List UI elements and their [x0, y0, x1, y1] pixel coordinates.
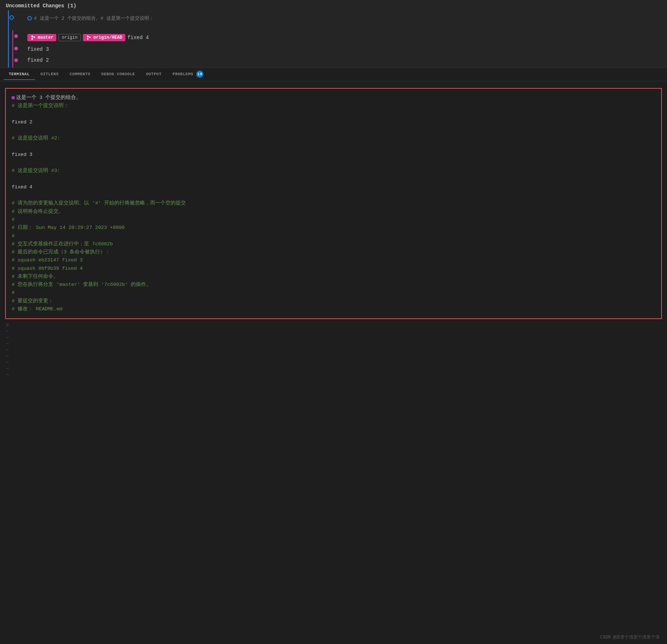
top-section: Uncommitted Changes (1) # 这是一个 2 个提交的组合。… [0, 0, 667, 68]
squash-indicator: ▦ [12, 94, 15, 101]
tilde-2: ~ [0, 334, 667, 341]
terminal-line-8 [12, 159, 655, 167]
dot-uncommitted [9, 15, 14, 20]
terminal-line-16: # 日期： Sun May 14 20:29:27 2023 +0800 [12, 224, 655, 232]
fixed2-label: fixed 2 [27, 57, 49, 63]
terminal-line-20: # squash eb23147 fixed 3 [12, 256, 655, 264]
tab-problems[interactable]: PROBLEMS 19 [167, 68, 209, 81]
dot-commit3 [14, 58, 18, 62]
terminal-line-15: # [12, 216, 655, 224]
terminal-line-19: # 最后的命令已完成（3 条命令被执行）： [12, 248, 655, 256]
tilde-4: ~ [0, 347, 667, 353]
terminal-line-2 [12, 110, 655, 118]
watermark: CSDN @浪里个浪里个浪里个浪 [600, 634, 660, 640]
terminal-line-10 [12, 175, 655, 183]
tilde-1: ~ [0, 328, 667, 334]
fixed4-label: fixed 4 [127, 35, 149, 41]
uncommitted-title: Uncommitted Changes (1) [0, 0, 667, 10]
terminal-line-5: # 这是提交说明 #2: [12, 134, 655, 142]
master-tag[interactable]: master [27, 34, 56, 41]
terminal-red-box: ▦ 这是一个 3 个提交的组合。 # 这是第一个提交说明： fixed 2 # … [5, 88, 662, 319]
terminal-line-14: # 说明将会终止提交。 [12, 208, 655, 216]
origin-tag[interactable]: origin [58, 34, 81, 41]
tab-bar: TERMINAL GITLENS COMMENTS DEBUG CONSOLE … [0, 68, 667, 81]
commit-entries: # 这是一个 2 个提交的组合。# 这是第一个提交说明： master [24, 12, 667, 66]
tilde-8: ~ [0, 372, 667, 378]
dot-commit1 [14, 34, 18, 38]
terminal-line-9: # 这是提交说明 #3: [12, 167, 655, 175]
origin-head-tag[interactable]: origin/HEAD [83, 34, 125, 41]
commit-message-1: # 这是一个 2 个提交的组合。# 这是第一个提交说明： [34, 15, 154, 22]
svg-point-1 [31, 38, 33, 40]
terminal-line-7: fixed 3 [12, 151, 655, 159]
after-box-hash: # [0, 322, 667, 328]
tab-debug-console[interactable]: DEBUG CONSOLE [96, 69, 140, 80]
terminal-line-23: # 您在执行将分支 'master' 变基到 '7c6002b' 的操作。 [12, 281, 655, 289]
git-dots-column [4, 12, 24, 66]
terminal-line-22: # 未剩下任何命令。 [12, 273, 655, 281]
terminal-line-18: # 交互式变基操作正在进行中；至 7c6002b [12, 240, 655, 248]
terminal-line-26: # 修改： README.md [12, 305, 655, 313]
tilde-3: ~ [0, 341, 667, 347]
terminal-area: ▦ 这是一个 3 个提交的组合。 # 这是第一个提交说明： fixed 2 # … [0, 81, 667, 382]
terminal-line-25: # 要提交的变更： [12, 297, 655, 305]
terminal-line-6 [12, 143, 655, 151]
terminal-line-21: # squash 86f9b39 fixed 4 [12, 265, 655, 273]
terminal-line-1: # 这是第一个提交说明： [12, 102, 655, 110]
tilde-7: ~ [0, 365, 667, 372]
terminal-line-24: # [12, 289, 655, 297]
terminal-line-13: # 请为您的变更输入提交说明。以 '#' 开始的行将被忽略，而一个空的提交 [12, 199, 655, 207]
tab-gitlens[interactable]: GITLENS [35, 69, 64, 80]
fixed3-label: fixed 3 [27, 46, 49, 52]
svg-point-6 [87, 38, 88, 40]
commit-circle-indicator [27, 16, 32, 20]
terminal-line-3: fixed 2 [12, 118, 655, 126]
tab-comments[interactable]: COMMENTS [65, 69, 96, 80]
terminal-line-4 [12, 126, 655, 134]
dot-commit2 [14, 47, 18, 50]
terminal-line-17: # [12, 232, 655, 240]
git-branch-icon-master [30, 35, 36, 41]
terminal-line-0: ▦ 这是一个 3 个提交的组合。 [12, 94, 655, 102]
tab-terminal[interactable]: TERMINAL [4, 69, 35, 80]
tab-output[interactable]: OUTPUT [141, 69, 167, 80]
problems-badge: 19 [196, 70, 203, 78]
terminal-line-12 [12, 191, 655, 199]
terminal-line-11: fixed 4 [12, 183, 655, 191]
git-branch-icon-origin [86, 35, 92, 41]
tilde-5: ~ [0, 353, 667, 359]
tilde-6: ~ [0, 359, 667, 365]
